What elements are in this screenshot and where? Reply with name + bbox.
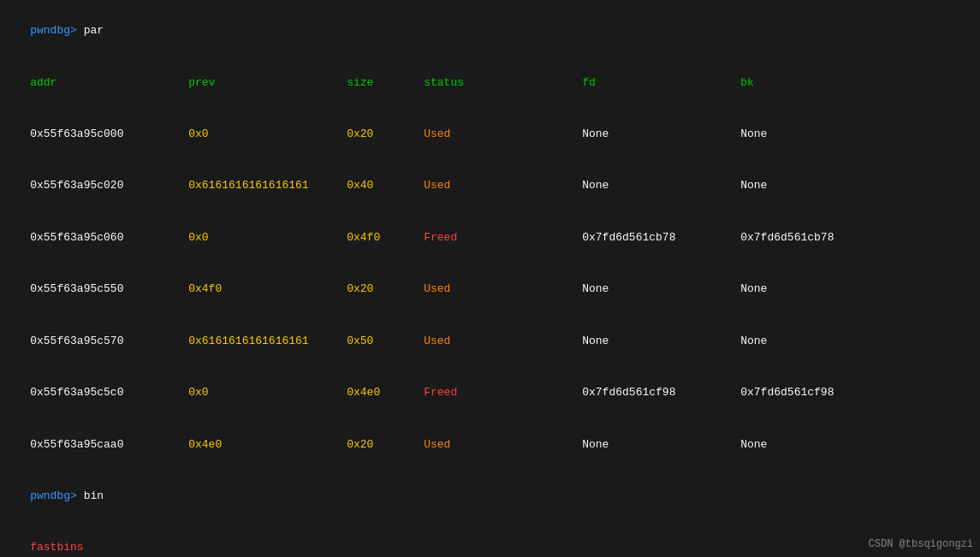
row0-fd: None: [582, 126, 740, 143]
watermark: CSDN @tbsqigongzi: [869, 538, 973, 550]
row5-addr: 0x55f63a95c5c0: [30, 384, 188, 401]
row4-bk: None: [740, 333, 767, 350]
row3-addr: 0x55f63a95c550: [30, 281, 188, 298]
row2-addr: 0x55f63a95c060: [30, 229, 188, 246]
row3-status: Used: [424, 281, 582, 298]
row1-prev: 0x6161616161616161: [188, 177, 347, 194]
row6-prev: 0x4e0: [188, 436, 347, 453]
table-header: addrprevsizestatusfdbk: [3, 56, 977, 108]
row6-addr: 0x55f63a95caa0: [30, 436, 188, 453]
row3-fd: None: [582, 281, 740, 298]
prompt-1: pwndbg>: [30, 24, 77, 37]
row1-status: Used: [424, 177, 582, 194]
row2-bk: 0x7fd6d561cb78: [740, 229, 834, 246]
row5-size: 0x4e0: [347, 384, 424, 401]
fastbins-label: fastbins: [30, 541, 83, 554]
table-row: 0x55f63a95c0200x6161616161616161 0x40 Us…: [3, 160, 977, 211]
row6-bk: None: [740, 436, 767, 453]
row1-size: 0x40: [347, 177, 424, 194]
row3-size: 0x20: [347, 281, 424, 298]
header-addr: addr: [30, 74, 188, 92]
row2-fd: 0x7fd6d561cb78: [582, 229, 740, 246]
row0-addr: 0x55f63a95c000: [30, 126, 188, 143]
row2-prev: 0x0: [188, 229, 347, 246]
row3-bk: None: [740, 281, 767, 298]
cmd-par: par: [77, 24, 104, 37]
row4-status: Used: [424, 333, 582, 350]
table-row: 0x55f63a95c0600x0 0x4f0 Freed 0x7fd6d561…: [3, 212, 977, 264]
row5-fd: 0x7fd6d561cf98: [582, 384, 740, 401]
row0-status: Used: [424, 126, 582, 143]
table-row: 0x55f63a95c5c00x0 0x4e0 Freed 0x7fd6d561…: [3, 367, 977, 418]
row4-size: 0x50: [347, 333, 424, 350]
row4-fd: None: [582, 333, 740, 350]
row6-status: Used: [424, 436, 582, 453]
command-bin-line: pwndbg> bin: [3, 471, 977, 522]
row1-fd: None: [582, 177, 740, 194]
row0-bk: None: [740, 126, 767, 143]
row1-addr: 0x55f63a95c020: [30, 177, 188, 194]
header-status: status: [424, 74, 582, 92]
fastbins-header: fastbins: [3, 522, 977, 557]
row5-prev: 0x0: [188, 384, 347, 401]
table-row: 0x55f63a95c5500x4f0 0x20 Used None None: [3, 264, 977, 315]
header-bk: bk: [740, 74, 754, 92]
row6-fd: None: [582, 436, 740, 453]
header-fd: fd: [582, 74, 740, 92]
terminal: pwndbg> par addrprevsizestatusfdbk 0x55f…: [0, 0, 980, 557]
table-row: 0x55f63a95c5700x6161616161616161 0x50 Us…: [3, 316, 977, 367]
header-size: size: [347, 74, 424, 92]
row2-status: Freed: [424, 229, 582, 246]
row1-bk: None: [740, 177, 767, 194]
command-par-line: pwndbg> par: [3, 5, 977, 56]
row0-prev: 0x0: [188, 126, 347, 143]
table-row: 0x55f63a95caa00x4e0 0x20 Used None None: [3, 418, 977, 470]
row2-size: 0x4f0: [347, 229, 424, 246]
row0-size: 0x20: [347, 126, 424, 143]
row4-addr: 0x55f63a95c570: [30, 333, 188, 350]
table-row: 0x55f63a95c0000x0 0x20 Used None None: [3, 109, 977, 160]
row6-size: 0x20: [347, 436, 424, 453]
header-prev: prev: [188, 74, 347, 92]
row5-bk: 0x7fd6d561cf98: [740, 384, 834, 401]
cmd-bin: bin: [77, 489, 104, 502]
prompt-2: pwndbg>: [30, 489, 77, 502]
row5-status: Freed: [424, 384, 582, 401]
row4-prev: 0x6161616161616161: [188, 333, 347, 350]
row3-prev: 0x4f0: [188, 281, 347, 298]
